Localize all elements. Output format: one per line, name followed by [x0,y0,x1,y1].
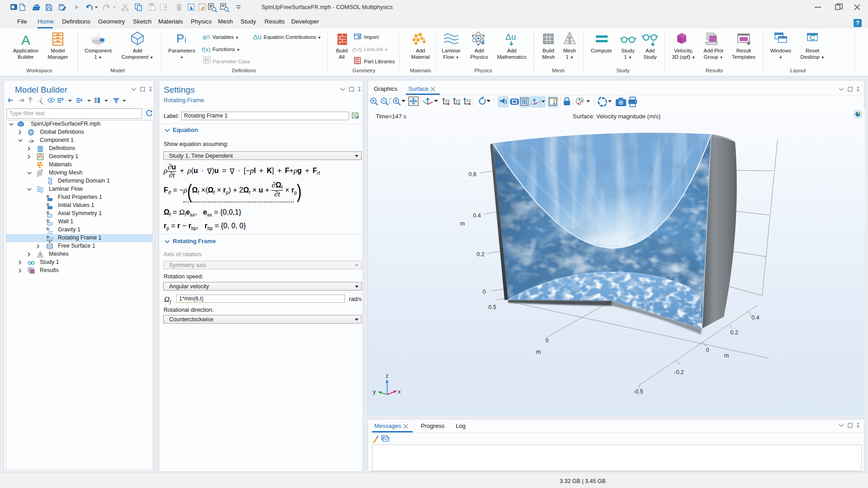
svg-text:m: m [460,221,465,227]
svg-text:m: m [536,349,541,355]
svg-text:0: 0 [546,338,549,344]
svg-text:D: D [47,211,49,215]
svg-text:-0.2: -0.2 [674,369,684,375]
svg-text:0.2: 0.2 [476,251,484,258]
svg-text:0.2: 0.2 [730,329,738,336]
svg-text:0.5: 0.5 [488,304,496,310]
svg-text:D: D [47,219,49,223]
svg-text:0.4: 0.4 [751,314,759,321]
svg-text:-0.5: -0.5 [633,389,643,395]
svg-text:0.6: 0.6 [468,171,476,178]
svg-text:a=: a= [203,33,210,41]
svg-text:Pi: Pi [205,58,209,63]
svg-text:yz: yz [456,98,461,103]
svg-text:0.4: 0.4 [473,212,481,219]
svg-text:i: i [184,36,186,44]
svg-text:f(x): f(x) [202,46,211,53]
svg-text:xz: xz [466,98,471,103]
svg-text:P: P [176,32,184,45]
svg-text:D: D [47,235,49,239]
svg-text:D: D [47,227,49,231]
svg-text:z: z [386,373,388,379]
svg-text:m: m [724,352,729,359]
svg-text:0: 0 [483,289,486,295]
svg-text:D: D [47,194,49,198]
svg-text:y: y [373,389,376,395]
svg-text:D: D [47,202,49,206]
svg-text:x: x [398,389,401,395]
svg-text:0: 0 [706,347,709,353]
svg-text:xy: xy [445,98,450,103]
svg-text:A: A [21,33,30,47]
svg-text:Δu: Δu [505,32,516,42]
